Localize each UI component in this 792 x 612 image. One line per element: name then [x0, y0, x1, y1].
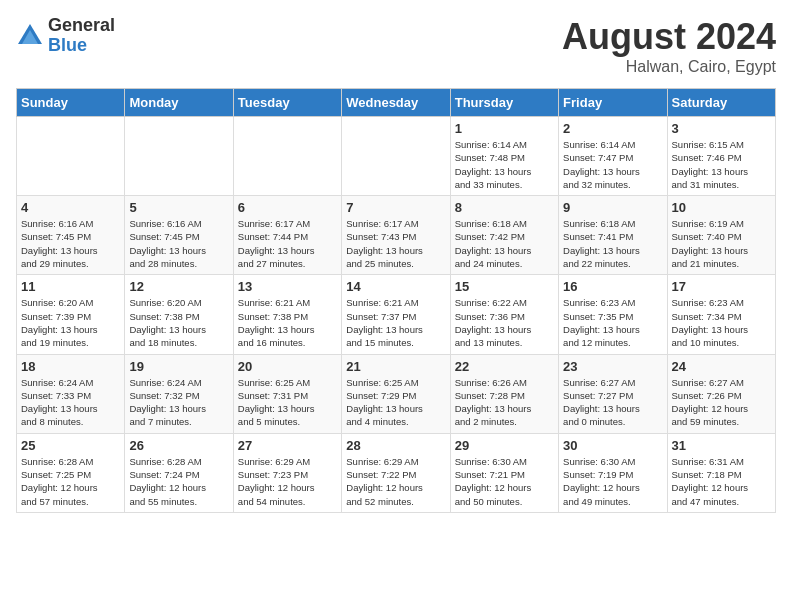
week-row-2: 4Sunrise: 6:16 AM Sunset: 7:45 PM Daylig…: [17, 196, 776, 275]
day-cell: 26Sunrise: 6:28 AM Sunset: 7:24 PM Dayli…: [125, 433, 233, 512]
title-block: August 2024 Halwan, Cairo, Egypt: [562, 16, 776, 76]
day-cell: 30Sunrise: 6:30 AM Sunset: 7:19 PM Dayli…: [559, 433, 667, 512]
day-number: 18: [21, 359, 120, 374]
day-header-thursday: Thursday: [450, 89, 558, 117]
day-info: Sunrise: 6:14 AM Sunset: 7:47 PM Dayligh…: [563, 138, 662, 191]
main-title: August 2024: [562, 16, 776, 58]
day-info: Sunrise: 6:24 AM Sunset: 7:32 PM Dayligh…: [129, 376, 228, 429]
day-number: 31: [672, 438, 771, 453]
day-cell: 19Sunrise: 6:24 AM Sunset: 7:32 PM Dayli…: [125, 354, 233, 433]
day-info: Sunrise: 6:27 AM Sunset: 7:27 PM Dayligh…: [563, 376, 662, 429]
day-info: Sunrise: 6:30 AM Sunset: 7:19 PM Dayligh…: [563, 455, 662, 508]
day-info: Sunrise: 6:22 AM Sunset: 7:36 PM Dayligh…: [455, 296, 554, 349]
day-info: Sunrise: 6:30 AM Sunset: 7:21 PM Dayligh…: [455, 455, 554, 508]
day-number: 3: [672, 121, 771, 136]
day-info: Sunrise: 6:16 AM Sunset: 7:45 PM Dayligh…: [129, 217, 228, 270]
day-number: 17: [672, 279, 771, 294]
day-header-monday: Monday: [125, 89, 233, 117]
day-cell: [17, 117, 125, 196]
day-info: Sunrise: 6:28 AM Sunset: 7:24 PM Dayligh…: [129, 455, 228, 508]
day-number: 24: [672, 359, 771, 374]
day-info: Sunrise: 6:14 AM Sunset: 7:48 PM Dayligh…: [455, 138, 554, 191]
day-number: 30: [563, 438, 662, 453]
logo-general-text: General: [48, 16, 115, 36]
day-cell: 14Sunrise: 6:21 AM Sunset: 7:37 PM Dayli…: [342, 275, 450, 354]
day-info: Sunrise: 6:18 AM Sunset: 7:42 PM Dayligh…: [455, 217, 554, 270]
day-info: Sunrise: 6:25 AM Sunset: 7:31 PM Dayligh…: [238, 376, 337, 429]
day-cell: 18Sunrise: 6:24 AM Sunset: 7:33 PM Dayli…: [17, 354, 125, 433]
day-cell: [125, 117, 233, 196]
day-cell: 9Sunrise: 6:18 AM Sunset: 7:41 PM Daylig…: [559, 196, 667, 275]
day-info: Sunrise: 6:21 AM Sunset: 7:38 PM Dayligh…: [238, 296, 337, 349]
day-info: Sunrise: 6:17 AM Sunset: 7:43 PM Dayligh…: [346, 217, 445, 270]
day-number: 4: [21, 200, 120, 215]
day-cell: 21Sunrise: 6:25 AM Sunset: 7:29 PM Dayli…: [342, 354, 450, 433]
day-info: Sunrise: 6:31 AM Sunset: 7:18 PM Dayligh…: [672, 455, 771, 508]
day-cell: 13Sunrise: 6:21 AM Sunset: 7:38 PM Dayli…: [233, 275, 341, 354]
day-number: 9: [563, 200, 662, 215]
day-cell: 24Sunrise: 6:27 AM Sunset: 7:26 PM Dayli…: [667, 354, 775, 433]
week-row-1: 1Sunrise: 6:14 AM Sunset: 7:48 PM Daylig…: [17, 117, 776, 196]
logo: General Blue: [16, 16, 115, 56]
day-cell: 10Sunrise: 6:19 AM Sunset: 7:40 PM Dayli…: [667, 196, 775, 275]
day-header-saturday: Saturday: [667, 89, 775, 117]
day-info: Sunrise: 6:27 AM Sunset: 7:26 PM Dayligh…: [672, 376, 771, 429]
day-cell: 27Sunrise: 6:29 AM Sunset: 7:23 PM Dayli…: [233, 433, 341, 512]
day-number: 8: [455, 200, 554, 215]
day-number: 2: [563, 121, 662, 136]
day-cell: 6Sunrise: 6:17 AM Sunset: 7:44 PM Daylig…: [233, 196, 341, 275]
day-cell: 4Sunrise: 6:16 AM Sunset: 7:45 PM Daylig…: [17, 196, 125, 275]
day-cell: 5Sunrise: 6:16 AM Sunset: 7:45 PM Daylig…: [125, 196, 233, 275]
day-number: 28: [346, 438, 445, 453]
day-number: 16: [563, 279, 662, 294]
week-row-3: 11Sunrise: 6:20 AM Sunset: 7:39 PM Dayli…: [17, 275, 776, 354]
day-cell: 31Sunrise: 6:31 AM Sunset: 7:18 PM Dayli…: [667, 433, 775, 512]
day-cell: 3Sunrise: 6:15 AM Sunset: 7:46 PM Daylig…: [667, 117, 775, 196]
day-cell: [342, 117, 450, 196]
day-cell: 1Sunrise: 6:14 AM Sunset: 7:48 PM Daylig…: [450, 117, 558, 196]
day-number: 21: [346, 359, 445, 374]
header-row: SundayMondayTuesdayWednesdayThursdayFrid…: [17, 89, 776, 117]
day-cell: 28Sunrise: 6:29 AM Sunset: 7:22 PM Dayli…: [342, 433, 450, 512]
day-number: 22: [455, 359, 554, 374]
day-header-friday: Friday: [559, 89, 667, 117]
day-cell: 11Sunrise: 6:20 AM Sunset: 7:39 PM Dayli…: [17, 275, 125, 354]
day-info: Sunrise: 6:17 AM Sunset: 7:44 PM Dayligh…: [238, 217, 337, 270]
day-info: Sunrise: 6:16 AM Sunset: 7:45 PM Dayligh…: [21, 217, 120, 270]
day-info: Sunrise: 6:26 AM Sunset: 7:28 PM Dayligh…: [455, 376, 554, 429]
day-cell: 23Sunrise: 6:27 AM Sunset: 7:27 PM Dayli…: [559, 354, 667, 433]
day-number: 1: [455, 121, 554, 136]
day-number: 7: [346, 200, 445, 215]
day-info: Sunrise: 6:18 AM Sunset: 7:41 PM Dayligh…: [563, 217, 662, 270]
day-cell: 7Sunrise: 6:17 AM Sunset: 7:43 PM Daylig…: [342, 196, 450, 275]
page-header: General Blue August 2024 Halwan, Cairo, …: [16, 16, 776, 76]
week-row-4: 18Sunrise: 6:24 AM Sunset: 7:33 PM Dayli…: [17, 354, 776, 433]
day-cell: 15Sunrise: 6:22 AM Sunset: 7:36 PM Dayli…: [450, 275, 558, 354]
day-cell: 16Sunrise: 6:23 AM Sunset: 7:35 PM Dayli…: [559, 275, 667, 354]
day-info: Sunrise: 6:23 AM Sunset: 7:35 PM Dayligh…: [563, 296, 662, 349]
day-cell: 2Sunrise: 6:14 AM Sunset: 7:47 PM Daylig…: [559, 117, 667, 196]
day-info: Sunrise: 6:19 AM Sunset: 7:40 PM Dayligh…: [672, 217, 771, 270]
day-cell: [233, 117, 341, 196]
day-info: Sunrise: 6:20 AM Sunset: 7:38 PM Dayligh…: [129, 296, 228, 349]
day-header-sunday: Sunday: [17, 89, 125, 117]
day-number: 6: [238, 200, 337, 215]
day-header-wednesday: Wednesday: [342, 89, 450, 117]
subtitle: Halwan, Cairo, Egypt: [562, 58, 776, 76]
day-info: Sunrise: 6:21 AM Sunset: 7:37 PM Dayligh…: [346, 296, 445, 349]
day-number: 11: [21, 279, 120, 294]
week-row-5: 25Sunrise: 6:28 AM Sunset: 7:25 PM Dayli…: [17, 433, 776, 512]
logo-icon: [16, 22, 44, 50]
day-number: 23: [563, 359, 662, 374]
day-number: 14: [346, 279, 445, 294]
logo-blue-text: Blue: [48, 36, 115, 56]
calendar-table: SundayMondayTuesdayWednesdayThursdayFrid…: [16, 88, 776, 513]
day-cell: 17Sunrise: 6:23 AM Sunset: 7:34 PM Dayli…: [667, 275, 775, 354]
logo-text: General Blue: [48, 16, 115, 56]
day-number: 25: [21, 438, 120, 453]
day-number: 19: [129, 359, 228, 374]
day-cell: 22Sunrise: 6:26 AM Sunset: 7:28 PM Dayli…: [450, 354, 558, 433]
day-number: 26: [129, 438, 228, 453]
day-cell: 20Sunrise: 6:25 AM Sunset: 7:31 PM Dayli…: [233, 354, 341, 433]
day-number: 29: [455, 438, 554, 453]
